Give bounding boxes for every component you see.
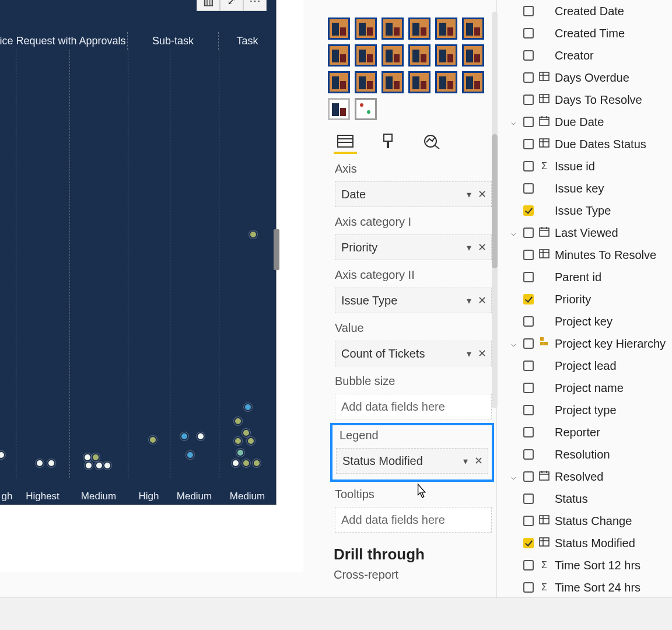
field-row[interactable]: Parent id — [505, 266, 672, 288]
field-row[interactable]: ΣTime Sort 24 hrs — [505, 576, 672, 598]
field-row[interactable]: ΣIssue id — [505, 155, 672, 177]
field-checkbox[interactable] — [523, 449, 534, 460]
field-checkbox[interactable] — [523, 316, 534, 327]
viz-type-tile[interactable] — [328, 71, 350, 93]
field-row[interactable]: ⌵Last Viewed — [505, 222, 672, 244]
viz-type-tile[interactable] — [435, 71, 457, 93]
field-row[interactable]: ⌵Resolved — [505, 466, 672, 488]
analytics-tab-icon[interactable] — [420, 131, 443, 154]
fields-tab-icon[interactable] — [334, 131, 357, 154]
axis-well[interactable]: Date ▾ ✕ — [335, 181, 492, 207]
field-row[interactable]: Issue Type — [505, 200, 672, 222]
viz-type-tile[interactable] — [328, 98, 350, 120]
field-row[interactable]: Project type — [505, 399, 672, 421]
field-checkbox[interactable] — [523, 471, 534, 482]
field-checkbox[interactable] — [523, 183, 534, 194]
field-checkbox[interactable] — [523, 205, 534, 216]
field-checkbox[interactable] — [523, 28, 534, 38]
format-tab-icon[interactable] — [377, 131, 400, 154]
remove-field-icon[interactable]: ✕ — [478, 294, 487, 307]
remove-field-icon[interactable]: ✕ — [478, 347, 487, 360]
viz-type-tile[interactable] — [462, 71, 484, 93]
field-row[interactable]: Status — [505, 488, 672, 510]
field-checkbox[interactable] — [523, 294, 534, 304]
field-checkbox[interactable] — [523, 538, 534, 548]
field-checkbox[interactable] — [523, 161, 534, 172]
field-checkbox[interactable] — [523, 360, 534, 371]
field-row[interactable]: Status Modified — [505, 532, 672, 554]
viz-type-tile[interactable] — [355, 44, 377, 66]
axis-cat2-well[interactable]: Issue Type ▾ ✕ — [335, 288, 492, 313]
remove-field-icon[interactable]: ✕ — [474, 454, 483, 467]
field-row[interactable]: Resolution — [505, 443, 672, 466]
field-checkbox[interactable] — [523, 582, 534, 593]
field-row[interactable]: Project key — [505, 310, 672, 332]
field-checkbox[interactable] — [523, 250, 534, 260]
axis-cat1-well[interactable]: Priority ▾ ✕ — [335, 235, 492, 260]
viz-type-tile[interactable] — [408, 18, 430, 40]
field-row[interactable]: Minutes To Resolve — [505, 244, 672, 266]
chevron-down-icon[interactable]: ▾ — [467, 295, 471, 306]
expand-chevron-icon[interactable]: ⌵ — [508, 117, 519, 127]
field-checkbox[interactable] — [523, 405, 534, 415]
chevron-down-icon[interactable]: ▾ — [467, 189, 471, 200]
tooltips-well[interactable]: Add data fields here — [335, 507, 492, 533]
viz-type-tile[interactable] — [355, 71, 377, 93]
viz-type-tile[interactable] — [355, 98, 377, 120]
visual-more-icon[interactable]: ⋯ — [243, 0, 267, 11]
viz-type-tile[interactable] — [328, 44, 350, 66]
field-row[interactable]: Days Overdue — [505, 66, 672, 89]
field-row[interactable]: Created Date — [505, 0, 672, 22]
field-row[interactable]: Creator — [505, 44, 672, 66]
viz-type-tile[interactable] — [408, 44, 430, 66]
field-row[interactable]: ⌵Due Date — [505, 111, 672, 133]
chart-visual[interactable]: ▥ ⤢ ⋯ ice Request with Approvals Sub-tas… — [0, 0, 276, 505]
viz-type-tile[interactable] — [462, 18, 484, 40]
field-checkbox[interactable] — [523, 94, 534, 105]
field-row[interactable]: Project name — [505, 377, 672, 399]
viz-type-tile[interactable] — [408, 71, 430, 93]
legend-well[interactable]: Status Modified ▾ ✕ — [336, 448, 488, 474]
field-row[interactable]: Created Time — [505, 22, 672, 44]
field-checkbox[interactable] — [523, 427, 534, 438]
field-checkbox[interactable] — [523, 383, 534, 393]
expand-chevron-icon[interactable]: ⌵ — [508, 228, 519, 237]
field-checkbox[interactable] — [523, 272, 534, 282]
bubble-well[interactable]: Add data fields here — [335, 394, 492, 419]
field-checkbox[interactable] — [523, 338, 534, 349]
field-checkbox[interactable] — [523, 516, 534, 526]
remove-field-icon[interactable]: ✕ — [478, 188, 487, 201]
field-row[interactable]: Reporter — [505, 421, 672, 443]
expand-chevron-icon[interactable]: ⌵ — [508, 472, 519, 481]
expand-chevron-icon[interactable]: ⌵ — [508, 339, 519, 348]
visual-focus-icon[interactable]: ⤢ — [220, 0, 243, 11]
field-checkbox[interactable] — [523, 6, 534, 16]
field-checkbox[interactable] — [523, 139, 534, 149]
chevron-down-icon[interactable]: ▾ — [467, 348, 471, 359]
visual-filter-icon[interactable]: ▥ — [197, 0, 220, 11]
viz-type-tile[interactable] — [382, 44, 404, 66]
field-checkbox[interactable] — [523, 228, 534, 238]
field-checkbox[interactable] — [523, 494, 534, 504]
viz-type-tile[interactable] — [382, 71, 404, 93]
remove-field-icon[interactable]: ✕ — [478, 241, 487, 254]
viz-type-tile[interactable] — [462, 44, 484, 66]
field-checkbox[interactable] — [523, 50, 534, 61]
field-row[interactable]: Project lead — [505, 355, 672, 377]
field-checkbox[interactable] — [523, 72, 534, 83]
field-checkbox[interactable] — [523, 560, 534, 570]
value-well[interactable]: Count of Tickets ▾ ✕ — [335, 341, 492, 366]
report-canvas[interactable]: ▥ ⤢ ⋯ ice Request with Approvals Sub-tas… — [0, 0, 303, 572]
viz-type-tile[interactable] — [328, 18, 350, 40]
chevron-down-icon[interactable]: ▾ — [463, 456, 468, 467]
viz-type-tile[interactable] — [382, 18, 404, 40]
field-row[interactable]: ⌵Project key Hierarchy — [505, 332, 672, 355]
viz-type-tile[interactable] — [355, 18, 377, 40]
field-row[interactable]: Priority — [505, 288, 672, 310]
field-row[interactable]: Due Dates Status — [505, 133, 672, 155]
viz-type-tile[interactable] — [435, 18, 457, 40]
field-row[interactable]: ΣTime Sort 12 hrs — [505, 554, 672, 576]
field-row[interactable]: Issue key — [505, 177, 672, 200]
viz-pane-scrollbar[interactable] — [492, 12, 498, 408]
chevron-down-icon[interactable]: ▾ — [467, 242, 471, 253]
